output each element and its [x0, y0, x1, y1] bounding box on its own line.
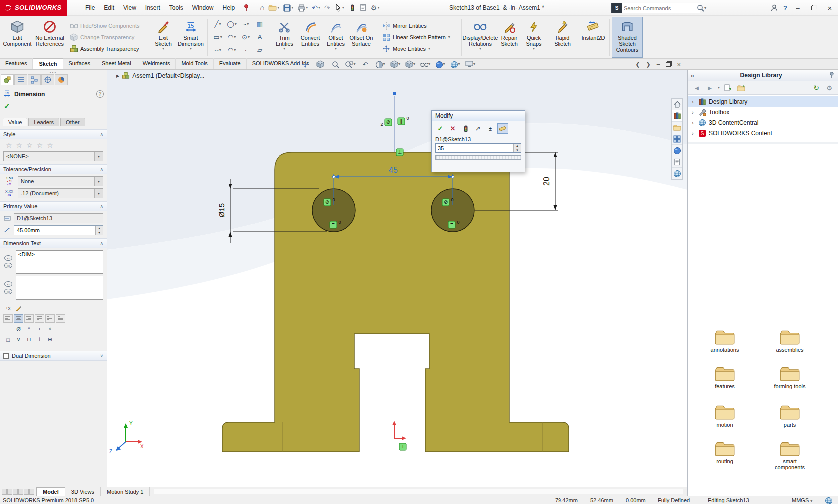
- folder-parts[interactable]: parts: [768, 404, 812, 428]
- folder-features[interactable]: features: [703, 365, 747, 389]
- tab-mold-tools[interactable]: Mold Tools: [176, 58, 213, 69]
- below-dimension-text-area[interactable]: [16, 276, 103, 300]
- instant2d-button[interactable]: Instant2D: [579, 17, 607, 58]
- zoom-to-fit-icon[interactable]: [329, 59, 341, 69]
- file-explorer-icon[interactable]: [672, 122, 682, 133]
- design-library-icon[interactable]: [672, 110, 682, 122]
- menu-insert[interactable]: Insert: [141, 2, 165, 14]
- exit-sketch-button[interactable]: Exit Sketch ▾: [150, 17, 176, 58]
- diameter-symbol-btn[interactable]: Ø: [14, 325, 23, 333]
- restore-icon[interactable]: [811, 6, 816, 10]
- assembly-root-label[interactable]: Assem1 (Default<Display...: [132, 72, 204, 79]
- edit-appearance-icon[interactable]: ▾: [434, 59, 446, 69]
- modify-spin-down-icon[interactable]: ▼: [513, 148, 521, 153]
- folder-routing[interactable]: routing: [703, 440, 747, 464]
- modify-thumbwheel[interactable]: [435, 155, 521, 160]
- line-tool-icon[interactable]: ╱▾: [211, 18, 225, 31]
- part-body[interactable]: [222, 152, 569, 452]
- search-scope-icon[interactable]: S: [612, 3, 622, 13]
- move-entities-button[interactable]: Move Entities ▾: [379, 43, 459, 54]
- change-transparency-button[interactable]: Change Transparency: [67, 32, 146, 42]
- pm-tab-leaders[interactable]: Leaders: [28, 118, 59, 126]
- depth-symbol-button[interactable]: ⊥: [35, 335, 44, 344]
- tree-item-toolbox[interactable]: › Toolbox: [688, 107, 838, 117]
- tab-sheet-metal[interactable]: Sheet Metal: [96, 58, 137, 69]
- style-delete-favorite-icon[interactable]: ☆: [26, 141, 33, 149]
- featuremanager-tab[interactable]: [14, 74, 27, 85]
- modify-value-field[interactable]: ▲▼: [435, 143, 521, 153]
- align-top-button[interactable]: [35, 314, 44, 323]
- add-file-location-icon[interactable]: [736, 83, 746, 93]
- quick-snaps-button[interactable]: Quick Snaps ▾: [522, 17, 546, 58]
- no-external-references-button[interactable]: No External References: [33, 17, 67, 58]
- previous-view-icon[interactable]: ↶: [359, 59, 371, 69]
- rebuild-button[interactable]: [347, 2, 357, 14]
- sketch-pattern-tool-icon[interactable]: ▦: [253, 18, 267, 31]
- pane-right-icon[interactable]: ❯: [646, 61, 651, 68]
- add-to-library-icon[interactable]: [723, 83, 733, 93]
- mirror-entities-button[interactable]: Mirror Entities: [379, 20, 459, 31]
- tab-features[interactable]: Features: [0, 58, 33, 69]
- redo-button[interactable]: ↷: [323, 2, 332, 14]
- folder-forming-tools[interactable]: forming tools: [768, 365, 812, 389]
- ellipse-tool-icon[interactable]: ⊙▾: [239, 31, 253, 44]
- modify-rebuild-button[interactable]: [460, 123, 471, 134]
- search-icon[interactable]: [697, 4, 704, 12]
- view-orientation-icon[interactable]: ▾: [389, 59, 401, 69]
- section-view-icon[interactable]: ▾: [374, 59, 386, 69]
- primary-name-field[interactable]: D1@Sketch13: [14, 213, 103, 223]
- plane-tool-icon[interactable]: ▱: [253, 44, 267, 57]
- solidworks-resources-icon[interactable]: [672, 99, 682, 110]
- login-person-icon[interactable]: [770, 4, 778, 12]
- appearances-scenes-icon[interactable]: [672, 145, 682, 156]
- precision-dropdown[interactable]: .12 (Document)▾: [18, 188, 103, 198]
- menu-edit[interactable]: Edit: [99, 2, 119, 14]
- tab-sketch[interactable]: Sketch: [33, 58, 63, 69]
- doc-restore-icon[interactable]: [666, 62, 671, 67]
- doc-close-icon[interactable]: ×: [677, 61, 681, 68]
- undo-button[interactable]: ↶▾: [310, 2, 322, 14]
- panel-grip[interactable]: •••: [0, 70, 107, 74]
- custom-properties-icon[interactable]: [672, 156, 682, 168]
- rapid-sketch-button[interactable]: Rapid Sketch: [550, 17, 575, 58]
- offset-entities-button[interactable]: Offset Entities ▾: [324, 17, 348, 58]
- menu-file[interactable]: File: [81, 2, 99, 14]
- parenthesis-toggle-icon[interactable]: xx: [4, 255, 12, 261]
- display-style-icon[interactable]: ▾: [404, 59, 416, 69]
- view-settings-icon[interactable]: ▾: [464, 59, 476, 69]
- units-selector[interactable]: MMGS ▾: [792, 497, 812, 503]
- menu-view[interactable]: View: [119, 2, 141, 14]
- dimxpertmanager-tab[interactable]: [41, 74, 54, 85]
- pin-pane-icon[interactable]: [828, 71, 835, 80]
- back-icon[interactable]: ◀: [692, 83, 702, 93]
- relation-badge-7[interactable]: ⊥: [399, 443, 406, 450]
- inspection-toggle-icon[interactable]: xx: [4, 263, 12, 268]
- modify-increment-button[interactable]: ±: [485, 123, 496, 134]
- spline-tool-icon[interactable]: ~▾: [239, 18, 253, 31]
- trim-entities-button[interactable]: Trim Entities ▾: [272, 17, 297, 58]
- assembly-transparency-button[interactable]: Assembly Transparency: [67, 43, 146, 54]
- options-button[interactable]: ⚙▾: [369, 2, 381, 14]
- value-spin-up-icon[interactable]: ▲: [95, 226, 103, 230]
- add-symbol-button[interactable]: +x: [3, 304, 13, 312]
- search-input[interactable]: [622, 5, 697, 11]
- apply-scene-icon[interactable]: ▾: [449, 59, 461, 69]
- justify-center-button[interactable]: [14, 314, 23, 323]
- relation-badge-2[interactable]: ⊥: [396, 149, 403, 156]
- help-icon[interactable]: ?: [783, 4, 787, 12]
- primary-value-spinbox[interactable]: ▲▼: [14, 225, 103, 235]
- welcome-home-button[interactable]: ⌂: [258, 2, 266, 14]
- below-text-inspection-icon[interactable]: xx: [4, 289, 12, 294]
- close-button[interactable]: ×: [824, 2, 835, 13]
- countersink-symbol-button[interactable]: ∨: [14, 335, 23, 344]
- pane-splitter-boxes[interactable]: [0, 487, 36, 496]
- convert-entities-button[interactable]: Convert Entities: [297, 17, 324, 58]
- degree-symbol-button[interactable]: °: [24, 325, 34, 333]
- tab-weldments[interactable]: Weldments: [137, 58, 176, 69]
- folder-annotations[interactable]: annotations: [703, 329, 747, 353]
- open-button[interactable]: ▾: [267, 2, 280, 14]
- dual-dimension-section-header[interactable]: Dual Dimension ∨: [0, 351, 107, 361]
- feature-tree-flyout[interactable]: ▶ Assem1 (Default<Display...: [116, 72, 204, 80]
- modify-reverse-button[interactable]: ↗: [472, 123, 483, 134]
- menu-tools[interactable]: Tools: [165, 2, 188, 14]
